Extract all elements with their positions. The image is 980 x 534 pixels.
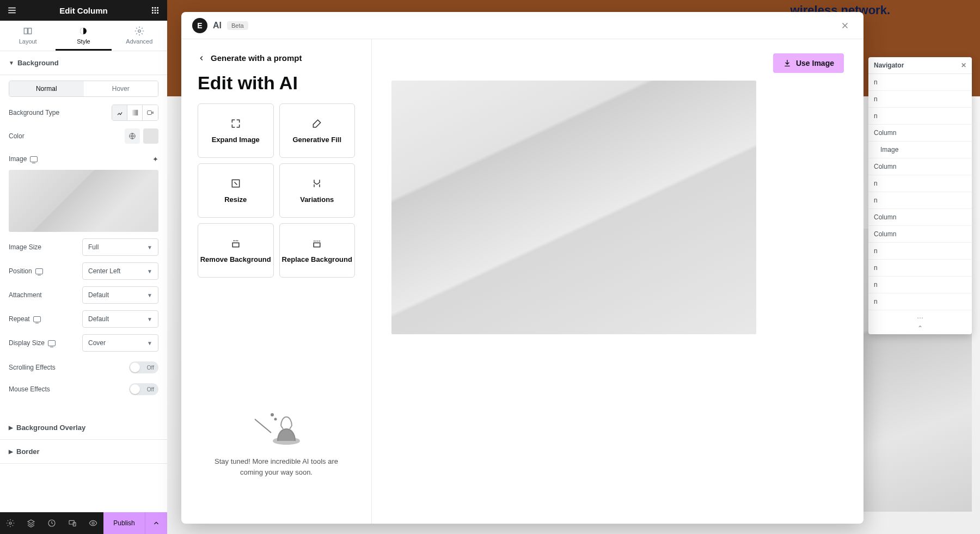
tool-generative-fill[interactable]: Generative Fill xyxy=(279,103,356,158)
label-background-type: Background Type xyxy=(9,109,59,116)
edit-with-ai-heading: Edit with AI xyxy=(198,72,355,94)
toggle-scrolling-effects[interactable]: Off xyxy=(129,361,158,373)
responsive-icon[interactable] xyxy=(35,268,43,274)
responsive-icon[interactable] xyxy=(48,340,56,346)
tab-layout[interactable]: Layout xyxy=(0,21,56,51)
responsive-icon[interactable] xyxy=(33,316,41,322)
ai-modal-body: Generate with a prompt Edit with AI Expa… xyxy=(181,39,863,524)
ai-preview-image xyxy=(391,81,756,334)
svg-rect-5 xyxy=(157,10,158,11)
elementor-logo-icon: E xyxy=(192,18,207,33)
tab-advanced-label: Advanced xyxy=(126,38,152,45)
seg-normal[interactable]: Normal xyxy=(9,81,84,96)
select-attachment[interactable]: Default▼ xyxy=(82,286,158,304)
nav-item[interactable]: Column xyxy=(868,158,972,175)
tool-resize-label: Resize xyxy=(224,195,247,204)
ai-sparkle-icon[interactable]: ✦ xyxy=(152,155,158,163)
svg-rect-6 xyxy=(152,12,154,14)
select-display-size[interactable]: Cover▼ xyxy=(82,334,158,352)
nav-item[interactable]: n xyxy=(868,108,972,125)
widgets-grid-icon[interactable] xyxy=(150,5,161,16)
image-thumbnail[interactable] xyxy=(9,170,158,232)
tab-layout-label: Layout xyxy=(19,38,37,45)
seg-hover[interactable]: Hover xyxy=(84,81,158,96)
close-icon[interactable] xyxy=(837,18,853,33)
svg-rect-14 xyxy=(148,111,152,115)
svg-point-16 xyxy=(9,522,11,524)
tool-remove-background[interactable]: Remove Background xyxy=(198,223,274,278)
nav-item[interactable]: Column xyxy=(868,125,972,142)
nav-item[interactable]: n xyxy=(868,277,972,293)
caret-right-icon: ▶ xyxy=(9,449,13,455)
publish-options-button[interactable] xyxy=(145,512,167,534)
nav-item[interactable]: n xyxy=(868,175,972,192)
label-image-size: Image Size xyxy=(9,243,41,251)
use-image-button[interactable]: Use Image xyxy=(773,53,844,73)
navigator-close-icon[interactable]: ✕ xyxy=(961,62,966,69)
ai-tool-grid: Expand Image Generative Fill Resize Vari… xyxy=(198,103,355,278)
sidebar-header: Edit Column xyxy=(0,0,167,21)
color-global-icon[interactable] xyxy=(125,128,140,144)
publish-button[interactable]: Publish xyxy=(103,512,145,534)
tool-replace-background[interactable]: Replace Background xyxy=(279,223,356,278)
color-controls xyxy=(125,128,158,144)
tool-removebg-label: Remove Background xyxy=(200,255,271,263)
settings-icon[interactable] xyxy=(0,512,21,534)
nav-item[interactable]: n xyxy=(868,74,972,91)
tab-style[interactable]: Style xyxy=(56,21,111,51)
label-color: Color xyxy=(9,132,24,140)
preview-eye-icon[interactable] xyxy=(83,512,103,534)
section-background-header[interactable]: ▼ Background xyxy=(0,51,167,75)
svg-rect-0 xyxy=(152,7,154,9)
nav-item[interactable]: n xyxy=(868,260,972,277)
select-position[interactable]: Center Left▼ xyxy=(82,262,158,280)
tool-resize[interactable]: Resize xyxy=(198,163,274,218)
svg-point-12 xyxy=(138,30,141,33)
select-repeat-value: Default xyxy=(88,315,109,323)
bg-type-video[interactable] xyxy=(143,105,158,120)
label-position: Position xyxy=(9,267,32,275)
nav-item[interactable]: Column xyxy=(868,209,972,226)
tab-style-label: Style xyxy=(77,38,90,45)
nav-item[interactable]: n xyxy=(868,91,972,108)
svg-rect-22 xyxy=(314,243,320,247)
nav-item[interactable]: n xyxy=(868,293,972,310)
background-type-group xyxy=(112,105,158,121)
section-background-overlay-header[interactable]: ▶ Background Overlay xyxy=(0,416,167,440)
responsive-preview-icon[interactable] xyxy=(62,512,83,534)
svg-point-23 xyxy=(271,414,273,416)
history-icon[interactable] xyxy=(41,512,62,534)
label-mouse-effects: Mouse Effects xyxy=(9,385,50,393)
tool-replacebg-label: Replace Background xyxy=(282,255,352,263)
toggle-mouse-effects[interactable]: Off xyxy=(129,383,158,395)
section-background-label: Background xyxy=(17,59,59,67)
navigator-list[interactable]: n n n Column Image Column n n Column Col… xyxy=(868,74,972,310)
layers-icon[interactable] xyxy=(21,512,41,534)
select-repeat[interactable]: Default▼ xyxy=(82,310,158,328)
sidebar-tabs: Layout Style Advanced xyxy=(0,21,167,51)
svg-point-19 xyxy=(92,522,94,524)
section-border-header[interactable]: ▶ Border xyxy=(0,440,167,464)
bg-type-classic[interactable] xyxy=(112,105,127,120)
tool-variations[interactable]: Variations xyxy=(279,163,356,218)
tab-advanced[interactable]: Advanced xyxy=(112,21,167,51)
select-image-size[interactable]: Full▼ xyxy=(82,238,158,256)
color-swatch[interactable] xyxy=(143,128,158,144)
navigator-collapse-icon[interactable]: ⌃ xyxy=(868,322,972,334)
menu-icon[interactable] xyxy=(7,5,17,16)
tool-variations-label: Variations xyxy=(300,195,334,204)
panel-body: ▼ Background Normal Hover Background Typ… xyxy=(0,51,167,512)
nav-item[interactable]: n xyxy=(868,192,972,209)
select-attachment-value: Default xyxy=(88,291,109,299)
select-display-size-value: Cover xyxy=(88,339,106,347)
nav-item[interactable]: Column xyxy=(868,226,972,243)
section-background-body: Normal Hover Background Type Color xyxy=(0,75,167,416)
ai-preview-panel: Use Image xyxy=(372,39,863,524)
nav-item[interactable]: n xyxy=(868,243,972,260)
ai-title: AI xyxy=(213,21,222,30)
bg-type-gradient[interactable] xyxy=(127,105,143,120)
back-generate-link[interactable]: Generate with a prompt xyxy=(198,53,355,63)
responsive-icon[interactable] xyxy=(30,156,38,162)
nav-item[interactable]: Image xyxy=(868,142,972,158)
tool-expand-image[interactable]: Expand Image xyxy=(198,103,274,158)
